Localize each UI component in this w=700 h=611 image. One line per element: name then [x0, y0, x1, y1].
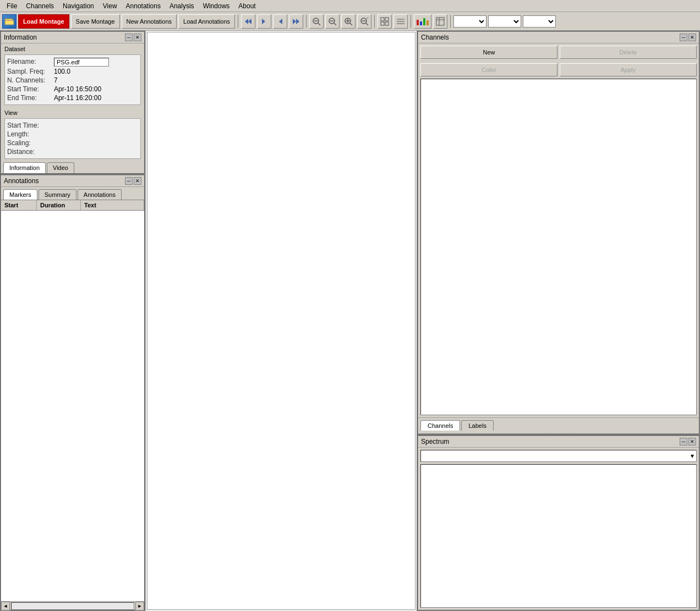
svg-line-9 [318, 23, 320, 25]
end-time-label: End Time: [7, 94, 54, 102]
nav-forward-double-button[interactable] [289, 14, 303, 29]
channels-color-button[interactable]: Color [420, 63, 557, 76]
filename-value: PSG.edf [54, 58, 109, 67]
left-panel: Information ─ ✕ Dataset Filename: PSG.ed… [0, 31, 145, 611]
n-channels-label: N. Channels: [7, 76, 54, 84]
annotations-panel-title: Annotations [4, 177, 39, 185]
spectrum-panel-title: Spectrum [421, 438, 449, 445]
menu-file[interactable]: File [2, 1, 21, 11]
spectrum-content-area [420, 464, 697, 608]
toolbar-separator-3 [374, 15, 375, 28]
channels-resize-handle[interactable]: · · · · · · · · [418, 431, 699, 434]
load-annotations-button[interactable]: Load Annotations [178, 14, 235, 29]
menu-windows[interactable]: Windows [199, 1, 234, 11]
channels-apply-button[interactable]: Apply [560, 63, 697, 76]
sampl-freq-value: 100.0 [54, 68, 70, 75]
zoom-fit-button[interactable] [309, 14, 324, 29]
annotations-panel-header: Annotations ─ ✕ [1, 175, 144, 187]
annotations-panel: Annotations ─ ✕ Markers Summary Annotati… [0, 174, 145, 611]
channels-delete-button[interactable]: Delete [560, 46, 697, 59]
tab-markers[interactable]: Markers [3, 189, 37, 200]
info-panel-close[interactable]: ✕ [134, 34, 141, 41]
menu-about[interactable]: About [234, 1, 260, 11]
bar-chart-button[interactable] [414, 14, 431, 29]
n-channels-row: N. Channels: 7 [7, 76, 138, 85]
save-montage-button[interactable]: Save Montage [71, 14, 120, 29]
channels-panel: Channels ─ ✕ New Delete Color Apply Chan… [417, 31, 700, 435]
svg-marker-5 [279, 19, 282, 24]
nav-back-button[interactable] [273, 14, 287, 29]
svg-rect-31 [423, 18, 425, 25]
view-distance-label: Distance: [7, 148, 54, 156]
zoom-in-button[interactable] [341, 14, 356, 29]
menu-view[interactable]: View [99, 1, 122, 11]
svg-rect-32 [426, 20, 429, 25]
tab-labels[interactable]: Labels [461, 420, 493, 431]
nav-back-double-button[interactable] [241, 14, 255, 29]
spectrum-panel: Spectrum ─ ✕ ▾ [417, 435, 700, 611]
spectrum-channel-dropdown[interactable]: ▾ [420, 450, 697, 462]
dropdown-1[interactable] [453, 15, 486, 27]
open-file-button[interactable] [2, 14, 17, 29]
start-time-value: Apr-10 16:50:00 [54, 85, 101, 93]
right-panel: Channels ─ ✕ New Delete Color Apply Chan… [417, 31, 700, 611]
channels-panel-minimize[interactable]: ─ [680, 34, 687, 41]
tab-information[interactable]: Information [3, 162, 46, 173]
zoom-out-button[interactable] [325, 14, 340, 29]
list-view-button[interactable] [393, 14, 408, 29]
dropdown-3[interactable] [523, 15, 556, 27]
annotations-tab-bar: Markers Summary Annotations [1, 187, 144, 200]
nav-forward-button[interactable] [257, 14, 271, 29]
annotations-content [1, 211, 144, 601]
resize-dots: · · · · · · · · [541, 430, 576, 434]
view-scaling-label: Scaling: [7, 139, 54, 147]
spectrum-panel-controls: ─ ✕ [680, 438, 696, 445]
col-start: Start [1, 200, 37, 210]
menu-navigation[interactable]: Navigation [58, 1, 99, 11]
view-start-time-row: Start Time: [7, 121, 138, 130]
info-panel-controls: ─ ✕ [125, 34, 141, 41]
annotations-scrollbar-area: ◄ ► [1, 601, 144, 610]
svg-rect-23 [385, 18, 389, 21]
menu-channels[interactable]: Channels [21, 1, 58, 11]
scroll-left-arrow[interactable]: ◄ [1, 602, 10, 610]
end-time-value: Apr-11 16:20:00 [54, 94, 101, 102]
dataset-section-title: Dataset [1, 43, 144, 53]
view-length-row: Length: [7, 130, 138, 139]
svg-rect-33 [436, 18, 444, 25]
tab-channels[interactable]: Channels [420, 420, 460, 431]
channels-panel-title: Channels [421, 34, 449, 41]
table-view-button[interactable] [433, 14, 447, 29]
svg-marker-6 [293, 19, 296, 24]
svg-marker-7 [296, 19, 299, 24]
grid-view-button[interactable] [378, 14, 392, 29]
info-panel-minimize[interactable]: ─ [125, 34, 133, 41]
annotations-panel-minimize[interactable]: ─ [125, 177, 133, 185]
sampl-freq-label: Sampl. Freq: [7, 68, 54, 75]
tab-summary[interactable]: Summary [39, 189, 76, 200]
n-channels-value: 7 [54, 76, 58, 84]
svg-rect-25 [385, 22, 389, 25]
dropdown-2[interactable] [488, 15, 521, 27]
zoom-out2-button[interactable]: - [357, 14, 371, 29]
channels-new-button[interactable]: New [420, 46, 557, 59]
svg-marker-3 [248, 19, 251, 24]
tab-video[interactable]: Video [47, 162, 74, 173]
load-montage-button[interactable]: Load Montage [18, 14, 69, 29]
svg-line-15 [350, 23, 352, 25]
tab-annotations[interactable]: Annotations [78, 189, 122, 200]
filename-row: Filename: PSG.edf [7, 57, 138, 67]
scroll-right-arrow[interactable]: ► [135, 602, 144, 610]
annotations-panel-close[interactable]: ✕ [134, 177, 141, 185]
new-annotations-button[interactable]: New Annotations [122, 14, 177, 29]
menu-annotations[interactable]: Annotations [122, 1, 165, 11]
spectrum-panel-minimize[interactable]: ─ [680, 438, 687, 445]
view-start-time-label: Start Time: [7, 122, 54, 129]
channels-panel-close[interactable]: ✕ [688, 34, 696, 41]
menu-analysis[interactable]: Analysis [165, 1, 199, 11]
annotations-scrollbar[interactable] [11, 602, 134, 610]
spectrum-panel-close[interactable]: ✕ [688, 438, 696, 445]
view-scaling-row: Scaling: [7, 139, 138, 147]
center-area [145, 31, 417, 611]
svg-marker-4 [262, 19, 265, 24]
